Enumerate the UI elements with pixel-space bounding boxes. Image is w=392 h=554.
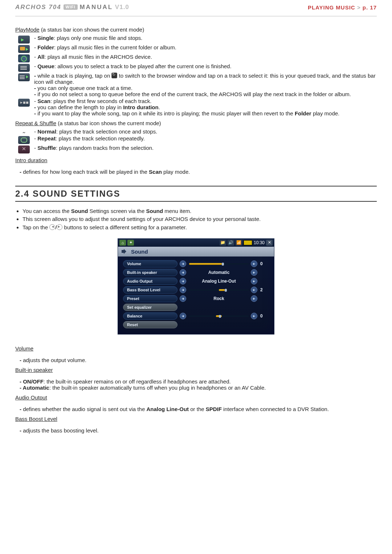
scan-sub-list: you can define the length to play in Int… xyxy=(34,104,377,116)
playmode-heading: PlayMode (a status bar icon shows the cu… xyxy=(15,26,377,33)
volume-status-icon: 🔊 xyxy=(228,240,234,246)
balance-label[interactable]: Balance xyxy=(123,312,177,320)
bass-slider[interactable] xyxy=(189,288,249,292)
breadcrumb-arrow: > xyxy=(357,4,361,11)
speaker-row: Built-in speaker ◄ Automatic ► xyxy=(123,269,269,276)
output-prev-button[interactable]: ◄ xyxy=(180,278,186,284)
folder-status-icon: 📁 xyxy=(220,240,226,246)
scan-sub2c: play mode. xyxy=(311,110,340,116)
brand-text: ARCHOS 704 xyxy=(15,4,61,11)
output-next-button[interactable]: ► xyxy=(251,278,257,284)
intro-duration-desc: defines for how long each track will be … xyxy=(20,169,377,175)
speaker-prev-button[interactable]: ◄ xyxy=(180,269,186,276)
speaker-auto: Automatic: the built-in speaker automati… xyxy=(20,385,377,391)
sound-intro-list: You can access the Sound Settings screen… xyxy=(15,208,377,231)
playmode-note: (a status bar icon shows the current mod… xyxy=(41,26,144,33)
playmode-title: PlayMode xyxy=(15,26,40,33)
volume-def-desc: adjusts the output volume. xyxy=(20,357,377,363)
playmode-queue: - Queue: allows you to select a track to… xyxy=(34,63,377,69)
bass-inc-button[interactable]: ► xyxy=(251,287,257,293)
volume-inc-button[interactable]: ► xyxy=(251,260,257,267)
sound-intro-2: This screen allows you to adjust the sou… xyxy=(23,216,377,223)
scan-sub2a: if you want to play the whole song, tap … xyxy=(37,110,295,116)
speaker-icon xyxy=(122,249,128,254)
queue-sub-list: while a track is playing, tap on to swit… xyxy=(34,73,377,97)
playmode-scan: - Scan: plays the first few seconds of e… xyxy=(34,98,377,116)
bass-dec-button[interactable]: ◄ xyxy=(180,287,186,293)
shuffle-mode-icon xyxy=(18,145,30,153)
refresh-icon xyxy=(111,73,117,78)
scan-mode-icon xyxy=(18,99,30,107)
speaker-onoff: ON/OFF: the built-in speaker remains on … xyxy=(20,378,377,385)
shuffle-name: Shuffle xyxy=(37,145,56,151)
intro-c: play mode. xyxy=(162,169,190,175)
playmode-single: - Single: plays only one music file and … xyxy=(34,35,377,41)
volume-dec-button[interactable]: ◄ xyxy=(180,260,186,267)
scan-sub1c: . xyxy=(159,104,160,110)
playmode-folder: - Folder: plays all music files in the c… xyxy=(34,44,377,50)
folder-mode-icon xyxy=(18,45,30,53)
queue-selected-icon xyxy=(18,73,30,81)
volume-row: Volume ◄ ► 0 xyxy=(123,260,269,267)
close-icon[interactable]: ✕ xyxy=(266,240,273,246)
bass-def-desc: adjusts the bass boosting level. xyxy=(20,427,377,434)
screen-title: Sound xyxy=(131,249,148,255)
playmode-all: - All: plays all music files in the ARCH… xyxy=(34,54,377,60)
all-mode-icon xyxy=(18,54,30,62)
repeat-list: ˷ - Normal: plays the track selection on… xyxy=(15,128,377,153)
output-row: Audio Output ◄ Analog Line-Out ► xyxy=(123,278,269,285)
output-def-desc: defines whether the audio signal is sent… xyxy=(20,406,377,412)
all-name: All xyxy=(37,54,44,60)
speaker-next-button[interactable]: ► xyxy=(251,269,257,276)
status-right: 📁 🔊 📶 10:30 ✕ xyxy=(220,240,273,246)
folder-desc: : plays all music files in the current f… xyxy=(54,44,176,50)
preset-label[interactable]: Preset xyxy=(123,295,177,302)
sound-settings-heading: 2.4 Sound Settings xyxy=(15,189,377,199)
status-left: ⌂ ✦ xyxy=(119,240,134,246)
output-def-body: defines whether the audio signal is sent… xyxy=(15,406,377,412)
volume-def-title: Volume xyxy=(15,345,377,352)
output-label[interactable]: Audio Output xyxy=(123,278,177,285)
intro-a: defines for how long each track will be … xyxy=(23,169,149,175)
volume-slider[interactable] xyxy=(189,262,249,266)
single-name: Single xyxy=(37,35,54,41)
playmode-queue-sub: while a track is playing, tap on to swit… xyxy=(34,73,377,97)
bass-label[interactable]: Bass Boost Level xyxy=(123,286,177,294)
right-arrow-icon xyxy=(57,224,62,230)
queue-sub2: you can only queue one track at a time. xyxy=(34,85,377,91)
balance-row: Balance ◄ ► 0 xyxy=(123,312,269,320)
reset-button[interactable]: Reset xyxy=(123,321,177,328)
scan-sub1b: Intro duration xyxy=(123,104,159,110)
version-text: V1.0 xyxy=(115,4,129,11)
single-mode-icon xyxy=(18,36,30,44)
home-icon[interactable]: ⌂ xyxy=(119,240,126,246)
set-equalizer-button[interactable]: Set equalizer xyxy=(123,304,177,311)
repeat-shuffle: - Shuffle: plays random tracks from the … xyxy=(34,145,377,151)
settings-icon[interactable]: ✦ xyxy=(127,240,134,246)
balance-slider[interactable] xyxy=(189,314,249,318)
preset-value: Rock xyxy=(189,296,249,301)
bass-row: Bass Boost Level ◄ ► 2 xyxy=(123,286,269,294)
manual-text: MANUAL xyxy=(79,4,113,11)
reset-row: Reset xyxy=(123,321,269,328)
preset-prev-button[interactable]: ◄ xyxy=(180,295,186,302)
speaker-label[interactable]: Built-in speaker xyxy=(123,269,177,276)
volume-label[interactable]: Volume xyxy=(123,260,177,267)
settings-body: Volume ◄ ► 0 Built-in speaker ◄ Automati… xyxy=(118,257,274,334)
preset-next-button[interactable]: ► xyxy=(251,295,257,302)
repeat-normal: - Normal: plays the track selection once… xyxy=(34,128,377,135)
sound-intro-1: You can access the Sound Settings screen… xyxy=(23,208,377,215)
balance-value: 0 xyxy=(260,313,269,319)
page-header: ARCHOS 704 WIFI MANUAL V1.0 PLAYING MUSI… xyxy=(15,0,377,16)
clock-text: 10:30 xyxy=(254,240,265,245)
shuffle-desc: : plays random tracks from the selection… xyxy=(56,145,154,151)
queue-sub1a: while a track is playing, tap on xyxy=(37,73,111,79)
balance-dec-button[interactable]: ◄ xyxy=(180,313,186,319)
single-desc: : plays only one music file and stops. xyxy=(54,35,142,41)
signal-status-icon: 📶 xyxy=(236,240,242,246)
scan-name: Scan xyxy=(37,98,50,104)
balance-inc-button[interactable]: ► xyxy=(251,313,257,319)
sound-settings-screenshot: ⌂ ✦ 📁 🔊 📶 10:30 ✕ Sound Volume ◄ ► 0 Bui… xyxy=(118,238,274,335)
speaker-value: Automatic xyxy=(189,270,249,275)
output-def-title: Audio Output xyxy=(15,394,377,401)
